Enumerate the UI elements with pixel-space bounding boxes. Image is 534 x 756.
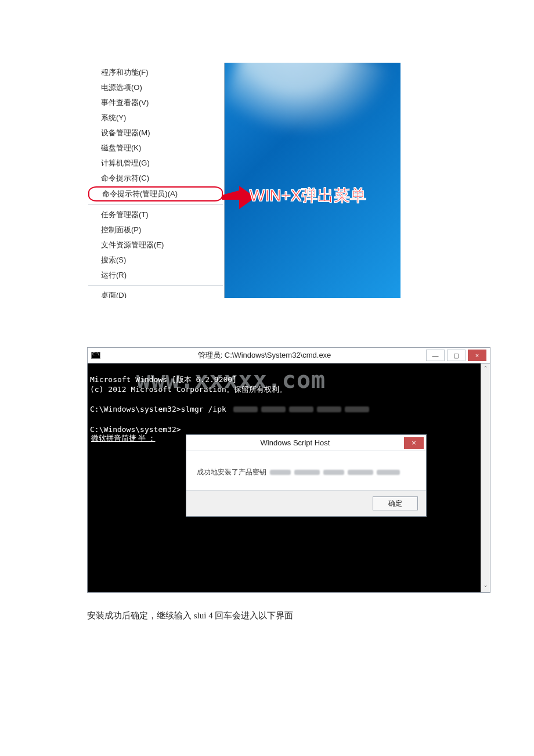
ime-status-bar: 微软拼音简捷 半 ： bbox=[91, 433, 479, 443]
cmd-window-titlebar[interactable]: 管理员: C:\Windows\System32\cmd.exe — ▢ × bbox=[87, 347, 490, 363]
redacted-product-key bbox=[233, 405, 373, 415]
menu-item-task-manager[interactable]: 任务管理器(T) bbox=[87, 207, 224, 222]
menu-item-control-panel[interactable]: 控制面板(P) bbox=[87, 222, 224, 237]
menu-item-event-viewer[interactable]: 事件查看器(V) bbox=[87, 95, 224, 110]
ok-button[interactable]: 确定 bbox=[373, 496, 418, 510]
wallpaper-decoration bbox=[209, 63, 395, 189]
cmd-line-copyright: (c) 2012 Microsoft Corporation。保留所有权利。 bbox=[90, 384, 478, 394]
menu-item-power-options[interactable]: 电源选项(O) bbox=[87, 80, 224, 95]
dialog-message: 成功地安装了产品密钥 bbox=[197, 467, 266, 477]
menu-item-command-prompt-admin[interactable]: 命令提示符(管理员)(A) bbox=[88, 186, 223, 201]
menu-item-disk-management[interactable]: 磁盘管理(K) bbox=[87, 141, 224, 156]
cmd-screenshot: 管理员: C:\Windows\System32\cmd.exe — ▢ × w… bbox=[87, 347, 490, 593]
menu-item-file-explorer[interactable]: 文件资源管理器(E) bbox=[87, 237, 224, 253]
menu-item-system[interactable]: 系统(Y) bbox=[87, 110, 224, 125]
cmd-window-title: 管理员: C:\Windows\System32\cmd.exe bbox=[105, 350, 424, 361]
winx-screenshot: 程序和功能(F) 电源选项(O) 事件查看器(V) 系统(Y) 设备管理器(M)… bbox=[87, 63, 400, 298]
scroll-down-icon[interactable]: ˅ bbox=[481, 583, 490, 592]
redacted-product-key bbox=[270, 469, 403, 477]
cmd-line-version: Microsoft Windows [版本 6.2.9200] bbox=[90, 375, 478, 384]
menu-item-command-prompt[interactable]: 命令提示符(C) bbox=[87, 171, 224, 186]
scroll-track[interactable] bbox=[481, 373, 490, 583]
minimize-button[interactable]: — bbox=[426, 350, 445, 361]
instruction-caption: 安装成功后确定，继续输入 slui 4 回车会进入以下界面 bbox=[87, 610, 447, 621]
menu-item-search[interactable]: 搜索(S) bbox=[87, 253, 224, 268]
menu-item-device-manager[interactable]: 设备管理器(M) bbox=[87, 125, 224, 141]
dialog-footer: 确定 bbox=[186, 490, 426, 516]
annotation-callout: WIN+X弹出菜单 bbox=[250, 185, 366, 207]
document-page: 程序和功能(F) 电源选项(O) 事件查看器(V) 系统(Y) 设备管理器(M)… bbox=[0, 0, 534, 668]
menu-item-computer-management[interactable]: 计算机管理(G) bbox=[87, 156, 224, 171]
menu-item-run[interactable]: 运行(R) bbox=[87, 268, 224, 283]
windows-script-host-dialog: Windows Script Host × 成功地安装了产品密钥 确定 bbox=[186, 434, 427, 517]
vertical-scrollbar[interactable]: ˄ ˅ bbox=[481, 363, 490, 592]
close-button[interactable]: × bbox=[468, 350, 486, 361]
cmd-line-slmgr: C:\Windows\system32>slmgr /ipk bbox=[90, 404, 478, 415]
cmd-icon bbox=[91, 352, 100, 359]
winx-power-user-menu: 程序和功能(F) 电源选项(O) 事件查看器(V) 系统(Y) 设备管理器(M)… bbox=[87, 63, 225, 298]
menu-item-desktop[interactable]: 桌面(D) bbox=[87, 288, 224, 298]
menu-item-programs-and-features[interactable]: 程序和功能(F) bbox=[87, 65, 224, 80]
maximize-button[interactable]: ▢ bbox=[447, 350, 466, 361]
dialog-body: 成功地安装了产品密钥 bbox=[186, 451, 426, 490]
scroll-up-icon[interactable]: ˄ bbox=[481, 363, 490, 373]
window-control-buttons: — ▢ × bbox=[424, 350, 486, 361]
